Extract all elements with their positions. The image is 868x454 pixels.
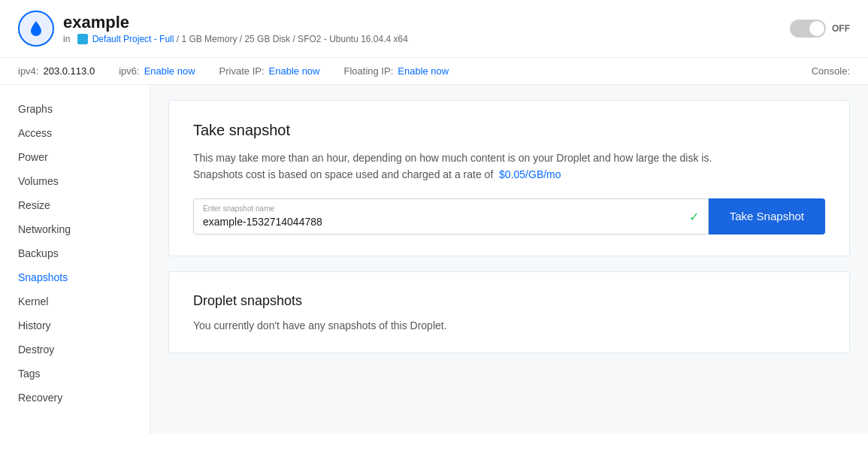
floating-ip-item: Floating IP: Enable now [344, 65, 449, 77]
droplet-avatar [18, 11, 54, 47]
take-snapshot-description: This may take more than an hour, dependi… [193, 150, 825, 183]
snapshot-input-label: Enter snapshot name [203, 204, 274, 213]
sidebar-item-destroy[interactable]: Destroy [0, 337, 150, 362]
project-icon [77, 34, 88, 44]
droplet-snapshots-card: Droplet snapshots You currently don't ha… [168, 271, 850, 353]
power-toggle[interactable] [790, 20, 826, 38]
console-label[interactable]: Console: [812, 65, 850, 77]
subtitle-in: in [63, 34, 70, 44]
sidebar-item-resize[interactable]: Resize [0, 193, 150, 217]
input-check-icon: ✓ [689, 209, 699, 223]
sidebar: Graphs Access Power Volumes Resize Netwo… [0, 85, 150, 434]
take-snapshot-card: Take snapshot This may take more than an… [168, 100, 850, 256]
droplet-subtitle: in Default Project - Full / 1 GB Memory … [63, 34, 408, 45]
sidebar-item-access[interactable]: Access [0, 121, 150, 145]
floating-ip-enable-link[interactable]: Enable now [398, 65, 449, 77]
ipv6-item: ipv6: Enable now [119, 65, 195, 77]
description-line1: This may take more than an hour, dependi… [193, 152, 712, 164]
floating-ip-label: Floating IP: [344, 65, 394, 77]
page-header: example in Default Project - Full / 1 GB… [0, 0, 868, 58]
power-toggle-container: OFF [790, 20, 850, 38]
ipv4-label: ipv4: [18, 65, 38, 77]
ipv6-enable-link[interactable]: Enable now [144, 65, 195, 77]
main-content: Take snapshot This may take more than an… [150, 85, 868, 434]
take-snapshot-title: Take snapshot [193, 122, 825, 139]
droplet-snapshots-title: Droplet snapshots [193, 293, 825, 309]
sidebar-item-tags[interactable]: Tags [0, 362, 150, 386]
sidebar-item-graphs[interactable]: Graphs [0, 97, 150, 121]
take-snapshot-button[interactable]: Take Snapshot [709, 198, 825, 235]
private-ip-label: Private IP: [219, 65, 265, 77]
price-link[interactable]: $0.05/GB/mo [499, 168, 561, 180]
droplet-name: example [63, 13, 408, 32]
snapshots-empty-message: You currently don't have any snapshots o… [193, 319, 825, 331]
header-left: example in Default Project - Full / 1 GB… [18, 11, 408, 47]
ipv6-label: ipv6: [119, 65, 139, 77]
sidebar-item-volumes[interactable]: Volumes [0, 169, 150, 193]
snapshot-input-wrapper: Enter snapshot name ✓ [193, 198, 709, 235]
toggle-label: OFF [832, 23, 850, 34]
ip-bar: ipv4: 203.0.113.0 ipv6: Enable now Priva… [0, 58, 868, 85]
subtitle-rest: / 1 GB Memory / 25 GB Disk / SFO2 - Ubun… [177, 34, 408, 44]
sidebar-item-recovery[interactable]: Recovery [0, 386, 150, 410]
main-layout: Graphs Access Power Volumes Resize Netwo… [0, 85, 868, 434]
sidebar-item-kernel[interactable]: Kernel [0, 289, 150, 313]
sidebar-item-history[interactable]: History [0, 313, 150, 337]
private-ip-item: Private IP: Enable now [219, 65, 320, 77]
ipv4-value: 203.0.113.0 [43, 65, 95, 77]
description-line2: Snapshots cost is based on space used an… [193, 168, 493, 180]
project-link[interactable]: Default Project - Full [92, 34, 174, 44]
droplet-icon [27, 20, 45, 38]
sidebar-item-networking[interactable]: Networking [0, 217, 150, 241]
sidebar-item-backups[interactable]: Backups [0, 241, 150, 265]
private-ip-enable-link[interactable]: Enable now [269, 65, 320, 77]
sidebar-item-snapshots[interactable]: Snapshots [0, 265, 150, 289]
header-info: example in Default Project - Full / 1 GB… [63, 13, 408, 45]
snapshot-input-row: Enter snapshot name ✓ Take Snapshot [193, 198, 825, 235]
ipv4-item: ipv4: 203.0.113.0 [18, 65, 95, 77]
sidebar-item-power[interactable]: Power [0, 145, 150, 169]
